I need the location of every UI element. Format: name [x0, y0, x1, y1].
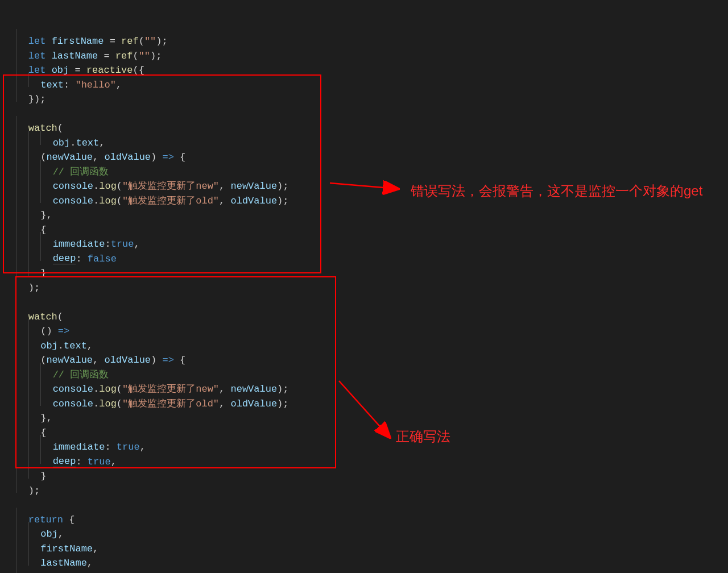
code-line[interactable]: obj.text,	[0, 131, 728, 146]
annotation-right: 正确写法	[396, 427, 450, 446]
code-line[interactable]: let obj = reactive({	[0, 58, 728, 73]
svg-line-0	[330, 183, 397, 189]
code-line[interactable]: );	[0, 276, 728, 290]
code-line[interactable]: text: "hello",	[0, 73, 728, 88]
code-line[interactable]: let firstName = ref("");	[0, 29, 728, 44]
code-line[interactable]	[0, 102, 728, 117]
code-line[interactable]: let lastName = ref("");	[0, 44, 728, 59]
code-line[interactable]: watch(	[0, 116, 728, 131]
code-line[interactable]: lastName,	[0, 551, 728, 566]
annotation-wrong: 错误写法，会报警告，这不是监控一个对象的get	[411, 182, 702, 200]
code-line[interactable]: {	[0, 218, 728, 232]
code-line[interactable]: );	[0, 479, 728, 493]
svg-line-1	[339, 381, 389, 437]
code-line[interactable]: obj,	[0, 522, 728, 537]
code-line[interactable]: (newValue, oldValue) => {	[0, 145, 728, 160]
code-line[interactable]	[0, 493, 728, 508]
code-lines: let firstName = ref(""); let lastName = …	[0, 29, 728, 573]
code-line[interactable]: firstName,	[0, 537, 728, 551]
code-line[interactable]: () =>	[0, 319, 728, 334]
code-line[interactable]: return {	[0, 508, 728, 522]
code-editor[interactable]: let firstName = ref(""); let lastName = …	[0, 0, 728, 573]
code-line[interactable]: obj.text,	[0, 334, 728, 348]
arrow-icon	[339, 381, 396, 443]
code-line[interactable]: watch(	[0, 305, 728, 319]
code-line[interactable]: deep: true,	[0, 450, 728, 464]
code-line[interactable]: };	[0, 566, 728, 574]
code-line[interactable]: deep: false	[0, 247, 728, 261]
arrow-icon	[330, 177, 404, 194]
code-line[interactable]: immediate:true,	[0, 232, 728, 247]
code-line[interactable]: (newValue, oldValue) => {	[0, 348, 728, 363]
code-line[interactable]	[0, 290, 728, 305]
